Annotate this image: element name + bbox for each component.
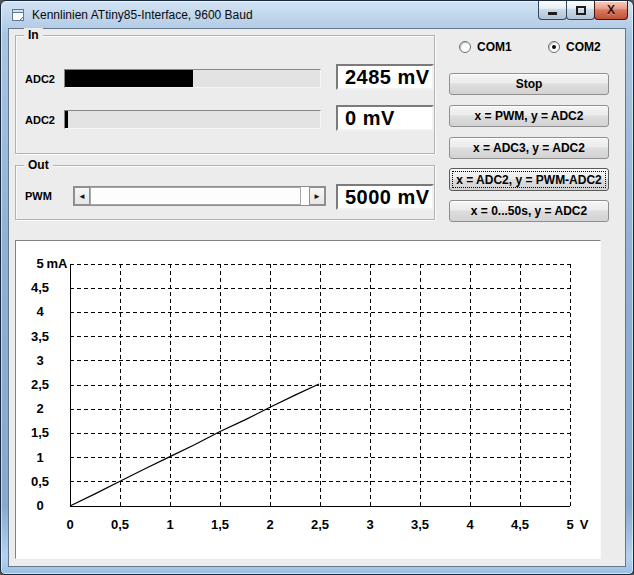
radio-com1[interactable]: COM1 [459,40,512,54]
svg-text:5: 5 [36,256,43,271]
adc2-progress-fill-2 [65,111,68,128]
svg-text:3,5: 3,5 [411,517,429,532]
chart-svg: 000,50,5111,51,5222,52,5333,53,5444,54,5… [16,241,600,558]
radio-com1-label[interactable]: COM1 [477,40,512,54]
radio-com2[interactable]: COM2 [548,40,601,54]
pwm-value: 5000 mV [336,184,434,210]
svg-text:1,5: 1,5 [31,425,49,440]
group-out-legend: Out [24,158,53,172]
application-window: Kennlinien ATtiny85-Interface, 9600 Baud… [0,0,634,575]
svg-text:0,5: 0,5 [31,474,49,489]
svg-text:1: 1 [36,450,43,465]
group-in: In ADC2 2485 mV ADC2 0 mV [15,35,435,154]
pwm-label: PWM [25,190,52,202]
plot-adc3-adc2-button[interactable]: x = ADC3, y = ADC2 [449,137,609,159]
scrollbar-thumb[interactable] [90,187,301,205]
adc2-progressbar-2 [64,110,321,129]
svg-text:3: 3 [366,517,373,532]
svg-text:V: V [580,517,589,532]
svg-text:2,5: 2,5 [311,517,329,532]
svg-text:2,5: 2,5 [31,377,49,392]
pwm-scrollbar[interactable]: ◄ ► [73,186,326,206]
svg-text:mA: mA [47,256,69,271]
svg-text:5: 5 [566,517,573,532]
svg-text:4: 4 [466,517,474,532]
plot-adc2-pwmadc2-button[interactable]: x = ADC2, y = PWM-ADC2 [449,168,609,191]
adc2-value-1: 2485 mV [336,64,434,90]
plot-pwm-adc2-button[interactable]: x = PWM, y = ADC2 [449,105,609,127]
group-out: Out PWM ◄ ► 5000 mV [15,165,435,220]
adc2-progressbar-1 [64,69,321,88]
svg-text:1,5: 1,5 [211,517,229,532]
adc2-label-2: ADC2 [25,114,55,126]
svg-text:3,5: 3,5 [31,329,49,344]
close-button[interactable]: X [594,1,628,20]
scroll-right-icon: ► [313,192,321,201]
plot-time-adc2-button[interactable]: x = 0...50s, y = ADC2 [449,200,609,222]
minimize-button[interactable] [538,1,567,20]
chart-panel: 000,50,5111,51,5222,52,5333,53,5444,54,5… [15,240,601,559]
app-icon [10,7,26,23]
svg-text:4,5: 4,5 [31,280,49,295]
svg-text:0,5: 0,5 [111,517,129,532]
svg-text:1: 1 [166,517,173,532]
svg-text:2: 2 [36,401,43,416]
title-bar[interactable]: Kennlinien ATtiny85-Interface, 9600 Baud [10,4,521,26]
adc2-value-2: 0 mV [336,105,434,131]
window-title: Kennlinien ATtiny85-Interface, 9600 Baud [32,8,253,22]
svg-text:3: 3 [36,353,43,368]
minimize-icon [548,12,557,15]
radio-com1-circle[interactable] [459,41,471,53]
group-in-legend: In [24,28,43,42]
adc2-label-1: ADC2 [25,73,55,85]
window-frame: Kennlinien ATtiny85-Interface, 9600 Baud… [0,0,634,575]
client-area: In ADC2 2485 mV ADC2 0 mV Out PWM ◄ [8,28,626,567]
caption-buttons: X [539,1,628,20]
stop-button[interactable]: Stop [449,73,609,95]
scroll-left-button[interactable]: ◄ [74,187,90,205]
maximize-icon [576,6,586,15]
svg-text:2: 2 [266,517,273,532]
scroll-left-icon: ◄ [78,192,86,201]
maximize-button[interactable] [566,1,595,20]
svg-text:0: 0 [36,498,43,513]
svg-text:4,5: 4,5 [511,517,529,532]
radio-com2-circle[interactable] [548,41,560,53]
adc2-progress-fill-1 [65,70,193,87]
radio-com2-label[interactable]: COM2 [566,40,601,54]
scroll-right-button[interactable]: ► [309,187,325,205]
svg-text:0: 0 [66,517,73,532]
svg-text:4: 4 [36,304,44,319]
close-icon: X [595,1,627,19]
